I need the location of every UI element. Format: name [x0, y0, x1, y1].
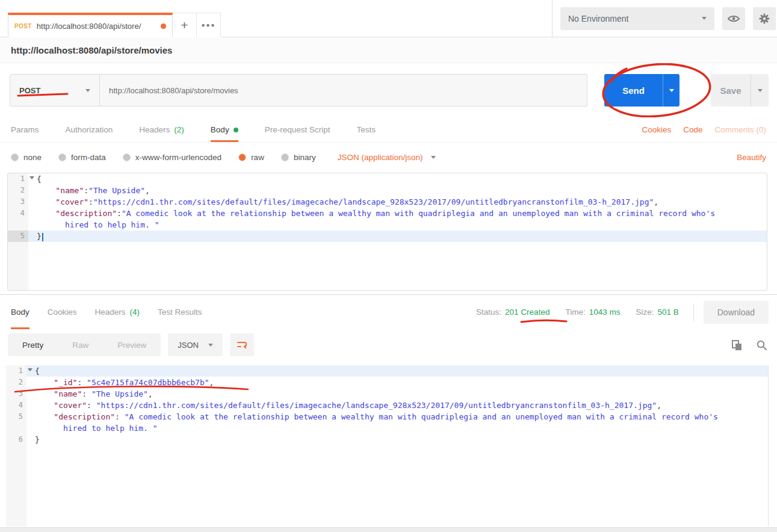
time-label: Time: — [565, 308, 585, 317]
tab-tests-label: Tests — [356, 125, 376, 134]
vertical-divider — [693, 303, 694, 321]
send-options-caret[interactable] — [663, 74, 679, 107]
code-link[interactable]: Code — [683, 125, 702, 134]
top-bar: POST http://localhost:8080/api/store/ + … — [0, 0, 777, 37]
tab-params[interactable]: Params — [11, 117, 39, 142]
body-type-urlencoded[interactable]: x-www-form-urlencoded — [123, 153, 221, 162]
line-number: 2 — [6, 377, 26, 388]
line-number: 5 — [8, 230, 28, 242]
code-line: 2 "name":"The Upside", — [8, 185, 767, 196]
chevron-down-icon — [208, 344, 213, 347]
active-request-tab[interactable]: POST http://localhost:8080/api/store/ — [8, 13, 173, 37]
body-type-binary[interactable]: binary — [281, 153, 316, 162]
response-tab-cookies[interactable]: Cookies — [48, 295, 77, 329]
json-value: "https://cdn1.thr.com/sites/default/file… — [93, 197, 654, 206]
send-button[interactable]: Send — [604, 74, 679, 107]
line-number: 3 — [6, 388, 26, 400]
tab-tests[interactable]: Tests — [356, 117, 376, 142]
view-raw-button[interactable]: Raw — [58, 341, 103, 350]
view-preview-button[interactable]: Preview — [103, 341, 161, 350]
tab-options-button[interactable]: ●●● — [196, 13, 221, 37]
horizontal-scrollbar[interactable] — [0, 527, 777, 532]
json-comma: , — [209, 378, 214, 387]
line-number: 1 — [8, 173, 28, 185]
line-number-empty — [6, 422, 26, 434]
tab-pre-request-script[interactable]: Pre-request Script — [265, 117, 330, 142]
response-meta-row: Body Cookies Headers (4) Test Results St… — [0, 295, 777, 329]
headers-count-badge: (2) — [174, 125, 184, 134]
size-label: Size: — [636, 308, 654, 317]
response-tab-body[interactable]: Body — [11, 295, 29, 329]
send-button-label[interactable]: Send — [604, 74, 663, 107]
fold-caret-icon[interactable] — [29, 176, 34, 179]
radio-icon — [11, 153, 19, 161]
tab-body[interactable]: Body — [211, 117, 238, 142]
response-stats: Status: 201 Created Time: 1043 ms Size: … — [460, 301, 769, 324]
response-tab-cookies-label: Cookies — [48, 308, 77, 317]
comments-link[interactable]: Comments (0) — [714, 125, 766, 134]
fold-caret-icon[interactable] — [28, 368, 33, 371]
json-key-id: "_id" — [35, 378, 77, 387]
json-key: "cover" — [35, 401, 87, 410]
chevron-down-icon — [669, 89, 674, 92]
save-button[interactable]: Save — [711, 74, 769, 107]
code-line-active: 5 } — [8, 230, 767, 242]
environment-quick-look-button[interactable] — [722, 7, 745, 30]
response-headers-count-badge: (4) — [130, 308, 140, 317]
tab-headers[interactable]: Headers (2) — [139, 117, 184, 142]
json-value: "A comedic look at the relationship betw… — [125, 412, 718, 421]
settings-button[interactable] — [753, 7, 776, 30]
tab-authorization-label: Authorization — [66, 125, 113, 134]
json-key: "name" — [35, 389, 82, 398]
copy-icon[interactable] — [731, 339, 743, 351]
body-type-none[interactable]: none — [11, 153, 42, 162]
size-stat: Size: 501 B — [636, 308, 678, 317]
content-type-selector[interactable]: JSON (application/json) — [338, 153, 436, 162]
eye-icon — [727, 14, 740, 23]
body-type-binary-label: binary — [294, 153, 316, 162]
json-comma: , — [148, 389, 153, 398]
response-format-selector[interactable]: JSON — [168, 333, 223, 356]
save-options-caret[interactable] — [751, 74, 769, 107]
environment-selector-label: No Environment — [568, 14, 628, 23]
body-type-raw[interactable]: raw — [238, 153, 264, 162]
cookies-link[interactable]: Cookies — [642, 125, 671, 134]
tab-authorization[interactable]: Authorization — [66, 117, 113, 142]
code-line: 1 { — [8, 173, 767, 185]
save-button-label[interactable]: Save — [711, 74, 751, 107]
response-body-editor[interactable]: 1 { 2 "_id": "5c4e715fa74c07dbbb6ecb7b",… — [6, 365, 769, 527]
json-colon: : — [115, 412, 125, 421]
tab-params-label: Params — [11, 125, 39, 134]
response-tab-test-results[interactable]: Test Results — [158, 295, 202, 329]
body-type-none-label: none — [23, 153, 42, 162]
view-pretty-button[interactable]: Pretty — [8, 341, 58, 350]
response-tabs: Body Cookies Headers (4) Test Results — [11, 295, 202, 329]
tab-method-label: POST — [14, 23, 32, 29]
new-tab-button[interactable]: + — [172, 13, 197, 37]
wrap-lines-button[interactable] — [230, 333, 254, 356]
radio-icon — [58, 153, 66, 161]
line-number-empty — [8, 219, 28, 230]
tab-headers-label: Headers — [139, 125, 170, 134]
beautify-link[interactable]: Beautify — [737, 153, 766, 162]
request-url-input[interactable]: http://localhost:8080/api/store/movies — [100, 74, 587, 107]
gear-icon — [758, 13, 770, 25]
status-stat: Status: 201 Created — [476, 308, 549, 317]
json-colon: : — [84, 186, 88, 195]
search-icon[interactable] — [756, 339, 767, 351]
line-number: 2 — [8, 185, 28, 196]
request-body-editor[interactable]: 1 { 2 "name":"The Upside", 3 "cover":"ht… — [7, 173, 767, 291]
body-type-form-data[interactable]: form-data — [58, 153, 106, 162]
request-tabs-row: Params Authorization Headers (2) Body Pr… — [0, 117, 777, 143]
response-tab-headers[interactable]: Headers (4) — [95, 295, 140, 329]
http-method-selector[interactable]: POST — [10, 74, 100, 107]
unsaved-changes-dot-icon — [161, 23, 166, 29]
response-tab-test-results-label: Test Results — [158, 308, 202, 317]
request-tab-strip: POST http://localhost:8080/api/store/ + … — [0, 0, 552, 37]
download-button[interactable]: Download — [704, 301, 769, 324]
environment-area: No Environment — [552, 0, 777, 37]
json-colon: : — [87, 401, 96, 410]
tab-pre-request-label: Pre-request Script — [265, 125, 330, 134]
code-text: } — [37, 232, 42, 241]
environment-selector[interactable]: No Environment — [560, 7, 714, 30]
